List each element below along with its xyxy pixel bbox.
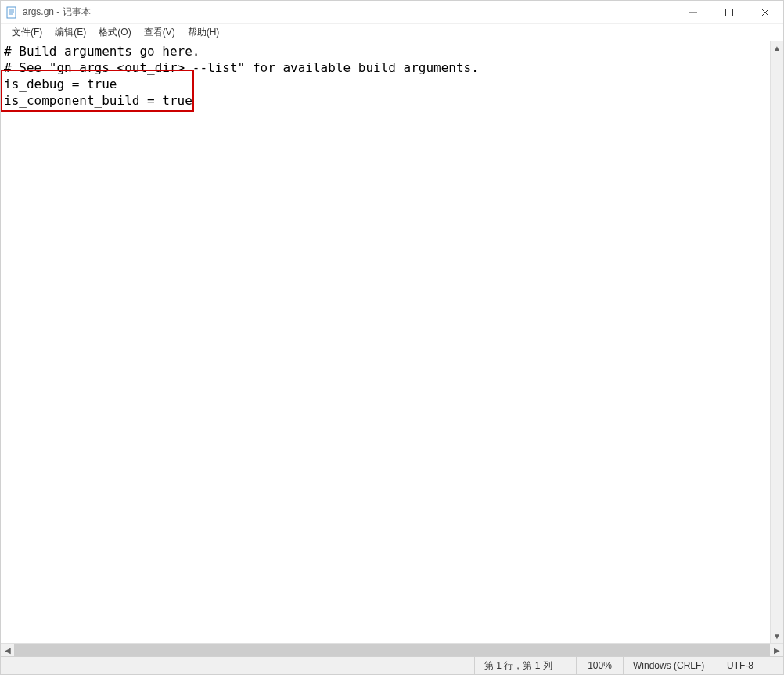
- menu-file[interactable]: 文件(F): [5, 24, 49, 41]
- text-line: is_component_build = true: [4, 93, 192, 108]
- vertical-scrollbar[interactable]: ▲ ▼: [770, 41, 783, 643]
- status-encoding: UTF-8: [717, 657, 783, 674]
- scroll-up-icon[interactable]: ▲: [771, 41, 783, 55]
- svg-rect-6: [726, 9, 733, 16]
- horizontal-scrollbar[interactable]: ◀ ▶: [1, 643, 783, 656]
- status-line-ending: Windows (CRLF): [623, 657, 717, 674]
- text-line: is_debug = true: [4, 77, 117, 92]
- menu-format[interactable]: 格式(O): [92, 24, 137, 41]
- scroll-right-icon[interactable]: ▶: [770, 644, 783, 656]
- scroll-thumb-horizontal[interactable]: [14, 644, 770, 656]
- statusbar: 第 1 行，第 1 列 100% Windows (CRLF) UTF-8: [1, 656, 783, 674]
- menu-edit[interactable]: 编辑(E): [49, 24, 92, 41]
- maximize-button[interactable]: [711, 1, 747, 23]
- text-line: # See "gn args <out_dir> --list" for ava…: [4, 60, 479, 75]
- status-position: 第 1 行，第 1 列: [474, 657, 576, 674]
- scroll-track-vertical[interactable]: [771, 55, 783, 630]
- text-line: # Build arguments go here.: [4, 44, 200, 59]
- editor-area[interactable]: # Build arguments go here. # See "gn arg…: [1, 41, 783, 643]
- editor-content[interactable]: # Build arguments go here. # See "gn arg…: [1, 41, 783, 110]
- minimize-button[interactable]: [675, 1, 711, 23]
- close-button[interactable]: [747, 1, 783, 23]
- notepad-icon: [5, 6, 18, 19]
- menubar: 文件(F) 编辑(E) 格式(O) 查看(V) 帮助(H): [1, 24, 783, 41]
- window-title: args.gn - 记事本: [23, 5, 675, 19]
- scroll-down-icon[interactable]: ▼: [771, 630, 783, 643]
- scroll-track-horizontal[interactable]: [14, 644, 770, 656]
- window-controls: [675, 1, 783, 23]
- titlebar: args.gn - 记事本: [1, 1, 783, 24]
- menu-help[interactable]: 帮助(H): [182, 24, 226, 41]
- menu-view[interactable]: 查看(V): [138, 24, 182, 41]
- scroll-left-icon[interactable]: ◀: [1, 644, 14, 656]
- status-zoom: 100%: [576, 657, 623, 674]
